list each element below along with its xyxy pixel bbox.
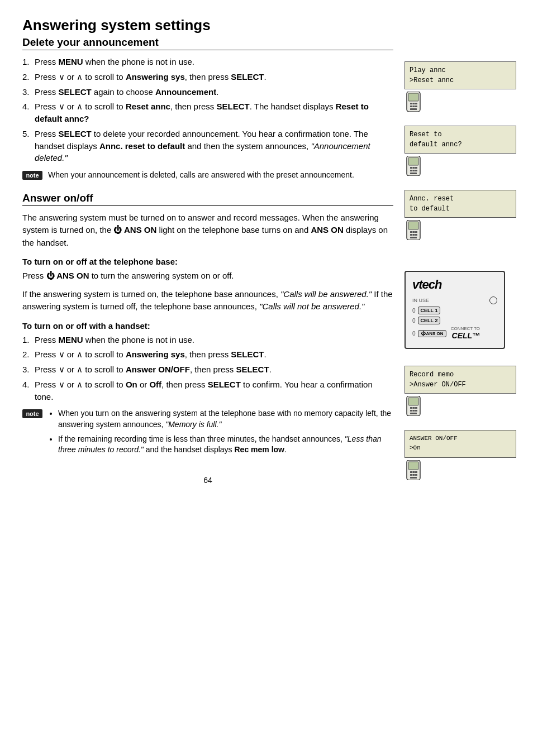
ans-on-row: 0 ⏻ ANS ON CONNECT TO CELL™ [412, 327, 497, 340]
answer-note-content: When you turn on the answering system at… [48, 408, 393, 458]
delete-heading: Delete your announcement [22, 36, 393, 50]
lcd-screen-1: Play annc >Reset annc [404, 61, 516, 89]
delete-announcement-section: Delete your announcement 1. Press MENU w… [22, 36, 393, 181]
step-5: 5. Press SELECT to delete your recorded … [22, 128, 393, 164]
svg-rect-14 [410, 170, 412, 171]
page-title: Answering system settings [22, 17, 393, 34]
answer-note-box: note When you turn on the answering syst… [22, 408, 393, 458]
handset-icon-5 [404, 460, 516, 483]
lcd-line-3-2: to default [410, 204, 511, 214]
svg-rect-12 [413, 167, 415, 169]
svg-rect-1 [408, 93, 418, 101]
ans-on-btn[interactable]: ⏻ ANS ON [418, 330, 446, 337]
delete-note-box: note When your announcement is deleted, … [22, 170, 393, 181]
svg-rect-8 [410, 108, 417, 110]
lcd-line-2-1: Reset to [410, 130, 511, 140]
page-number: 64 [22, 476, 393, 485]
svg-rect-19 [408, 222, 418, 229]
handset-step-1: 1. Press MENU when the phone is not in u… [22, 334, 393, 346]
handset-steps-list: 1. Press MENU when the phone is not in u… [22, 334, 393, 403]
lcd-line-1-1: Play annc [410, 65, 511, 75]
svg-rect-40 [415, 471, 417, 473]
lcd-screen-2: Reset to default annc? [404, 126, 516, 154]
svg-rect-20 [410, 231, 412, 233]
delete-steps-list: 1. Press MENU when the phone is not in u… [22, 56, 393, 164]
handset-icon-3 [404, 220, 516, 243]
svg-rect-2 [410, 103, 412, 104]
cell2-row: 0 CELL 2 [412, 317, 497, 324]
svg-rect-25 [415, 234, 417, 236]
lcd-line-5-2: >On [410, 443, 511, 453]
svg-rect-11 [410, 167, 412, 169]
step-3: 3. Press SELECT again to choose Announce… [22, 86, 393, 98]
svg-rect-32 [410, 410, 412, 412]
cell1-row: 0 CELL 1 [412, 307, 497, 314]
handset-step-3: 3. Press ∨ or ∧ to scroll to Answer ON/O… [22, 363, 393, 376]
handset-icon-2 [404, 156, 516, 179]
phone-brand: vtech [412, 277, 497, 292]
note-label: note [22, 171, 42, 180]
svg-rect-34 [415, 410, 417, 412]
handset-subheading: To turn on or off with a handset: [22, 321, 393, 331]
svg-rect-37 [408, 462, 418, 470]
lcd-screen-4: Record memo >Answer ON/OFF [404, 366, 516, 394]
svg-rect-21 [413, 231, 415, 233]
svg-rect-42 [413, 474, 415, 476]
svg-rect-4 [415, 103, 417, 104]
handset-icon-1 [404, 92, 516, 114]
right-column: Play annc >Reset annc [404, 17, 516, 489]
svg-rect-23 [410, 234, 412, 236]
in-use-row: IN USE [412, 296, 497, 304]
svg-rect-10 [408, 157, 418, 165]
note-text: When your announcement is deleted, calls… [48, 170, 393, 181]
svg-rect-13 [415, 167, 417, 169]
cell1-btn[interactable]: CELL 1 [418, 307, 441, 314]
answer-note-label: note [22, 409, 42, 418]
svg-rect-44 [410, 477, 417, 479]
svg-rect-29 [410, 407, 412, 409]
phone-indicators: IN USE 0 CELL 1 0 CELL 2 0 ⏻ ANS ON CONN… [412, 296, 497, 340]
svg-rect-16 [415, 170, 417, 171]
svg-rect-30 [413, 407, 415, 409]
svg-rect-38 [410, 471, 412, 473]
svg-rect-24 [413, 234, 415, 236]
svg-rect-15 [413, 170, 415, 171]
screen-block-4: Record memo >Answer ON/OFF [404, 360, 516, 419]
lcd-line-4-1: Record memo [410, 370, 511, 380]
lcd-screen-5: ANSWER ON/OFF >On [404, 430, 516, 458]
in-use-label: IN USE [412, 298, 429, 303]
answer-onoff-section: Answer on/off The answering system must … [22, 192, 393, 459]
step-4: 4. Press ∨ or ∧ to scroll to Reset annc,… [22, 101, 393, 125]
note-bullet-1: When you turn on the answering system at… [58, 408, 393, 430]
connect-to-cell: CONNECT TO CELL™ [451, 327, 480, 340]
cell2-btn[interactable]: CELL 2 [418, 317, 441, 324]
lcd-line-4-2: >Answer ON/OFF [410, 380, 511, 390]
svg-rect-22 [415, 231, 417, 233]
svg-rect-3 [413, 103, 415, 104]
step-2: 2. Press ∨ or ∧ to scroll to Answering s… [22, 71, 393, 83]
lcd-line-2-2: default annc? [410, 140, 511, 150]
lcd-line-5-1: ANSWER ON/OFF [410, 434, 511, 443]
handset-step-4: 4. Press ∨ or ∧ to scroll to On or Off, … [22, 379, 393, 403]
svg-rect-43 [415, 474, 417, 476]
screen-block-2: Reset to default annc? [404, 126, 516, 179]
svg-rect-41 [410, 474, 412, 476]
svg-rect-33 [413, 410, 415, 412]
base-para1: Press ⏻ ANS ON to turn the answering sys… [22, 270, 393, 283]
svg-rect-26 [410, 237, 417, 238]
svg-rect-7 [415, 106, 417, 107]
lcd-screen-3: Annc. reset to default [404, 190, 516, 218]
step-1: 1. Press MENU when the phone is not in u… [22, 56, 393, 68]
svg-rect-35 [410, 413, 417, 414]
svg-rect-31 [415, 407, 417, 409]
lcd-line-3-1: Annc. reset [410, 194, 511, 204]
answer-heading: Answer on/off [22, 192, 393, 206]
base-subheading: To turn on or off at the telephone base: [22, 257, 393, 266]
base-para2: If the answering system is turned on, th… [22, 288, 393, 313]
screen-block-3: Annc. reset to default [404, 190, 516, 243]
svg-rect-17 [410, 173, 417, 174]
svg-rect-39 [413, 471, 415, 473]
svg-rect-6 [413, 106, 415, 107]
svg-rect-28 [408, 398, 418, 405]
note-bullet-2: If the remaining recording time is less … [58, 434, 393, 456]
